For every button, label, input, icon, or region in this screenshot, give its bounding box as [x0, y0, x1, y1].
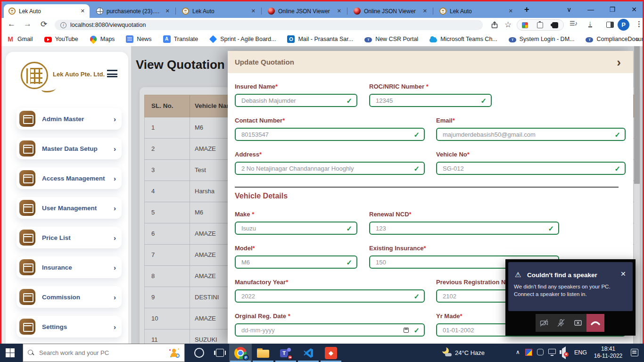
tab-search-chevron-icon[interactable]: ∨ — [562, 4, 576, 15]
roc-nric-input[interactable] — [370, 95, 491, 106]
profile-avatar[interactable]: P — [618, 19, 629, 31]
make-input[interactable] — [236, 222, 356, 234]
bookmark-gmail[interactable]: MGmail — [7, 35, 33, 43]
tab-purchasenote-pdf[interactable]: purchasenote (23).pdf ✕ — [91, 4, 174, 18]
taskbar-teams[interactable]: T — [274, 344, 297, 362]
tray-app-icon[interactable] — [525, 349, 532, 356]
scrollbar-thumb[interactable] — [634, 46, 640, 184]
camera-off-button[interactable] — [536, 314, 553, 332]
sidebar-item-label: Commission — [42, 294, 107, 301]
bookmark-translate[interactable]: ATranslate — [163, 35, 198, 43]
bookmark-system-login[interactable]: TSystem Login - DM... — [509, 36, 575, 42]
back-icon[interactable]: ← — [8, 19, 16, 29]
orginal-reg-date-input[interactable] — [236, 324, 424, 336]
lek-auto-favicon — [439, 8, 446, 15]
renewal-ncd-input[interactable] — [370, 222, 558, 234]
restore-window-button[interactable]: ❐ — [605, 4, 619, 15]
tab-lek-auto-active[interactable]: Lek Auto ✕ — [4, 4, 90, 18]
hang-up-button[interactable] — [586, 314, 604, 332]
outlook-icon: O — [287, 35, 295, 43]
taskbar-chrome-active[interactable]: P — [229, 344, 252, 362]
vehicle-no-input[interactable] — [437, 163, 625, 174]
required-asterisk: * — [259, 151, 262, 158]
sidebar-item-master-data-setup[interactable]: Master Data Setup › — [17, 138, 122, 159]
side-panel-icon[interactable] — [606, 22, 614, 28]
sidebar-item-commission[interactable]: Commission › — [17, 286, 122, 308]
close-notification-icon[interactable]: ✕ — [620, 270, 626, 278]
weather-text[interactable]: 24°C Haze — [455, 349, 485, 356]
cortana-icon[interactable] — [194, 348, 204, 358]
bookmark-youtube[interactable]: YouTube — [44, 36, 78, 42]
taskbar-vscode[interactable] — [297, 344, 320, 362]
taskbar-search-box[interactable] — [23, 344, 185, 362]
tab-groups-icon[interactable] — [522, 22, 528, 28]
manufactory-year-input[interactable] — [236, 290, 424, 302]
action-center-icon[interactable] — [631, 349, 638, 356]
bookmarks-overflow-icon[interactable]: » — [636, 35, 639, 43]
tab-json-viewer-2[interactable]: Online JSON Viewer ✕ — [349, 4, 432, 18]
stop-share-button[interactable] — [570, 314, 586, 332]
bookmark-microsoft-teams[interactable]: Microsoft Teams Ch... — [429, 36, 497, 42]
sidebar-item-settings[interactable]: Settings › — [17, 316, 122, 337]
close-tab-icon[interactable]: ✕ — [250, 8, 256, 14]
media-controls-icon[interactable]: ☰♪ — [570, 20, 577, 27]
bookmark-new-csr-portal[interactable]: TNew CSR Portal — [364, 36, 418, 42]
mic-off-button[interactable] — [553, 314, 570, 332]
sidebar-item-admin-master[interactable]: Admin Master › — [17, 108, 122, 130]
language-indicator[interactable]: ENG — [574, 349, 587, 356]
clipboard-icon[interactable] — [537, 22, 543, 28]
reload-icon[interactable]: ⟳ — [41, 19, 47, 29]
task-view-icon[interactable] — [216, 349, 224, 357]
tray-display-icon[interactable] — [548, 349, 556, 354]
close-tab-icon[interactable]: ✕ — [336, 8, 342, 14]
sidebar-item-label: Access Management — [42, 175, 107, 182]
close-window-button[interactable]: ✕ — [627, 4, 641, 15]
field-label: Address — [235, 151, 259, 158]
sidebar-item-price-list[interactable]: Price List › — [17, 227, 122, 248]
bookmark-maps[interactable]: Maps — [90, 35, 115, 43]
bookmark-mail-outlook[interactable]: OMail - Prasanta Sar... — [287, 35, 353, 43]
tray-expand-chevron-icon[interactable]: ∧ — [516, 349, 520, 355]
valid-check-icon: ✓ — [413, 292, 420, 301]
calendar-icon[interactable] — [404, 328, 409, 333]
downloads-icon[interactable]: ↓ — [588, 20, 592, 27]
tab-lek-auto-3[interactable]: Lek Auto ✕ — [435, 4, 518, 18]
collapse-chevron-icon[interactable]: › — [617, 58, 621, 67]
taskbar-red-app[interactable]: ◆ — [320, 344, 342, 362]
tab-lek-auto-2[interactable]: Lek Auto ✕ — [177, 4, 260, 18]
url-bar[interactable]: i localhost:8080/viewquotation — [55, 20, 483, 30]
forward-icon[interactable]: → — [24, 19, 32, 29]
file-explorer-icon — [257, 348, 269, 358]
vscode-icon — [303, 347, 314, 359]
taskbar-file-explorer[interactable] — [252, 344, 274, 362]
close-tab-icon[interactable]: ✕ — [508, 8, 514, 14]
menu-dots-icon[interactable]: ⋮ — [636, 20, 643, 28]
site-info-icon[interactable]: i — [60, 22, 66, 28]
tray-speaker-muted-icon[interactable]: ✕ — [560, 349, 569, 356]
tray-device-icon[interactable] — [537, 349, 544, 355]
minimize-window-button[interactable]: — — [584, 4, 598, 15]
sidebar-item-access-management[interactable]: Access Management › — [17, 167, 122, 189]
close-tab-icon[interactable]: ✕ — [80, 8, 86, 14]
new-tab-button[interactable]: + — [524, 5, 529, 15]
taskbar-search-input[interactable] — [39, 349, 165, 356]
sidebar-item-user-management[interactable]: User Management › — [17, 197, 122, 219]
bookmark-news[interactable]: News — [126, 35, 151, 43]
sidebar-item-insurance[interactable]: Insurance › — [17, 256, 122, 278]
field-insured-name: Insured Name* ✓ — [235, 83, 357, 90]
hamburger-menu-icon[interactable] — [107, 70, 117, 77]
contact-number-input[interactable] — [236, 129, 424, 140]
share-icon[interactable] — [490, 21, 499, 29]
bookmark-star-icon[interactable]: ☆ — [504, 20, 512, 30]
taskbar-clock[interactable]: 18:41 16-11-2022 — [592, 346, 625, 360]
extensions-puzzle-icon[interactable] — [552, 22, 558, 28]
close-tab-icon[interactable]: ✕ — [165, 8, 171, 14]
email-input[interactable] — [437, 129, 625, 140]
start-button-icon[interactable] — [6, 348, 15, 357]
address-input[interactable] — [236, 163, 424, 174]
close-tab-icon[interactable]: ✕ — [422, 8, 428, 14]
model-input[interactable] — [236, 256, 356, 268]
tab-json-viewer-1[interactable]: Online JSON Viewer ✕ — [263, 4, 346, 18]
bookmark-sprint-agile-board[interactable]: Sprint - Agile Board... — [209, 35, 276, 43]
insured-name-input[interactable] — [236, 95, 356, 106]
